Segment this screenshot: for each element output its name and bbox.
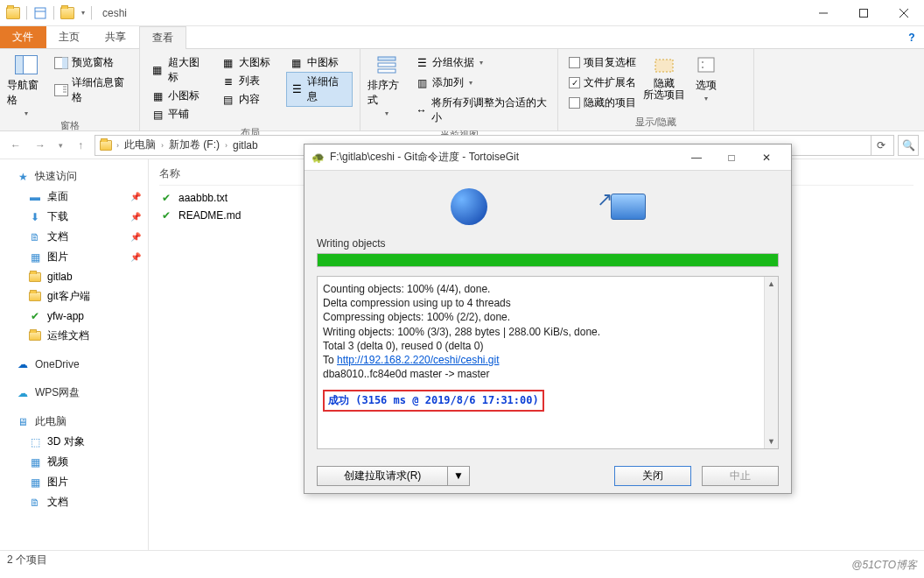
folder-icon <box>28 329 42 343</box>
details-pane-button[interactable]: 详细信息窗格 <box>51 74 132 107</box>
dialog-close-button[interactable]: ✕ <box>749 145 784 170</box>
recent-dropdown[interactable]: ▾ <box>54 135 66 156</box>
minimize-button[interactable] <box>803 0 844 26</box>
pull-request-dropdown[interactable]: ▼ <box>448 466 470 486</box>
chevron-right-icon[interactable]: › <box>161 141 164 150</box>
chk-item-checkboxes[interactable]: 项目复选框 <box>565 53 640 72</box>
tab-view[interactable]: 查看 <box>139 26 186 49</box>
nav-this-pc[interactable]: 🖥此电脑 <box>0 412 148 432</box>
console-line: Writing objects: 100% (3/3), 288 bytes |… <box>323 325 773 339</box>
nav-yfw-app[interactable]: ✔yfw-app <box>0 307 148 326</box>
svg-rect-9 <box>62 57 68 68</box>
chevron-right-icon[interactable]: › <box>225 141 228 150</box>
add-columns-button[interactable]: ▥添加列▾ <box>411 74 550 92</box>
preview-pane-button[interactable]: 预览窗格 <box>51 53 132 72</box>
details-pane-label: 详细信息窗格 <box>72 75 129 105</box>
crumb-gitlab[interactable]: gitlab <box>231 139 260 152</box>
folder-icon <box>99 138 113 152</box>
status-count: 2 个项目 <box>7 553 47 567</box>
fit-columns-button[interactable]: ↔将所有列调整为合适的大小 <box>411 94 550 127</box>
tab-file[interactable]: 文件 <box>0 26 46 48</box>
view-list[interactable]: ≣列表 <box>218 72 281 90</box>
nav-pane-icon <box>13 53 39 76</box>
dialog-titlebar[interactable]: 🐢 F:\gitlab\ceshi - Git命令进度 - TortoiseGi… <box>304 144 791 171</box>
watermark: @51CTO博客 <box>851 558 917 573</box>
nav-wps[interactable]: ☁WPS网盘 <box>0 383 148 403</box>
check-icon: ✔ <box>28 309 42 323</box>
nav-pane-label: 导航窗格 <box>7 78 46 108</box>
options-button[interactable]: 选项 ▾ <box>689 52 724 114</box>
maximize-button[interactable] <box>844 0 884 26</box>
tab-share[interactable]: 共享 <box>93 26 139 48</box>
tortoisegit-dialog: 🐢 F:\gitlab\ceshi - Git命令进度 - TortoiseGi… <box>304 144 792 494</box>
console-output[interactable]: Counting objects: 100% (4/4), done. Delt… <box>317 276 779 449</box>
chk-hidden-items[interactable]: 隐藏的项目 <box>565 94 640 112</box>
svg-point-20 <box>702 67 704 68</box>
nav-desktop[interactable]: ▬桌面📌 <box>0 187 148 207</box>
scroll-down-icon[interactable]: ▼ <box>765 434 778 448</box>
hide-selected-button[interactable]: 隐藏 所选项目 <box>645 52 683 114</box>
create-pull-request-button[interactable]: 创建拉取请求(R) <box>317 466 448 486</box>
nav-gitlab[interactable]: gitlab <box>0 267 148 286</box>
up-button[interactable]: ↑ <box>70 135 91 156</box>
folder-icon <box>28 290 42 304</box>
nav-pictures[interactable]: ▦图片📌 <box>0 247 148 267</box>
view-medium[interactable]: ▦中图标 <box>286 53 353 72</box>
crumb-volume[interactable]: 新加卷 (F:) <box>167 137 221 152</box>
progress-bar <box>317 253 779 267</box>
dialog-minimize-button[interactable]: — <box>679 145 714 170</box>
group-label-panes: 窗格 <box>7 117 132 134</box>
sort-icon <box>374 53 400 76</box>
console-line: dba8010..fc84e0d master -> master <box>323 367 773 381</box>
view-small[interactable]: ▦小图标 <box>147 87 213 105</box>
ribbon-help-icon[interactable]: ? <box>900 26 924 48</box>
view-large[interactable]: ▦大图标 <box>218 53 281 72</box>
navigation-pane[interactable]: ★快速访问 ▬桌面📌 ⬇下载📌 🗎文档📌 ▦图片📌 gitlab git客户端 … <box>0 159 149 550</box>
nav-quick-access[interactable]: ★快速访问 <box>0 166 148 187</box>
nav-3d[interactable]: ⬚3D 对象 <box>0 432 148 452</box>
folder-icon <box>28 270 42 284</box>
nav-onedrive[interactable]: ☁OneDrive <box>0 355 148 374</box>
remote-url-link[interactable]: http://192.168.2.220/ceshi/ceshi.git <box>337 354 499 366</box>
nav-documents2[interactable]: 🗎文档 <box>0 492 148 512</box>
nav-pictures2[interactable]: ▦图片 <box>0 472 148 492</box>
nav-videos[interactable]: ▦视频 <box>0 452 148 472</box>
checkbox-icon <box>569 97 580 109</box>
svg-rect-3 <box>860 9 868 17</box>
nav-documents[interactable]: 🗎文档📌 <box>0 227 148 247</box>
back-button[interactable]: ← <box>5 135 26 156</box>
nav-gitclient[interactable]: git客户端 <box>0 286 148 307</box>
close-button[interactable] <box>884 0 924 26</box>
group-by-button[interactable]: ☰分组依据▾ <box>411 53 550 72</box>
qat-dropdown-icon[interactable]: ▾ <box>79 4 88 23</box>
svg-rect-0 <box>35 8 46 18</box>
close-button[interactable]: 关闭 <box>614 466 691 486</box>
qat-separator <box>26 6 27 20</box>
console-line: Compressing objects: 100% (2/2), done. <box>323 310 773 324</box>
nav-ops[interactable]: 运维文档 <box>0 326 148 346</box>
qat-properties-icon[interactable] <box>31 4 50 23</box>
chk-file-ext[interactable]: 文件扩展名 <box>565 74 640 92</box>
view-details[interactable]: ☰详细信息 <box>286 72 353 107</box>
tab-home[interactable]: 主页 <box>46 26 93 48</box>
scroll-up-icon[interactable]: ▲ <box>765 277 778 291</box>
forward-button[interactable]: → <box>30 135 51 156</box>
view-tile[interactable]: ▤平铺 <box>147 105 213 123</box>
nav-pane-button[interactable]: 导航窗格 ▾ <box>7 52 46 117</box>
content-icon: ▤ <box>221 93 235 107</box>
chevron-right-icon[interactable]: › <box>116 141 119 150</box>
scrollbar-vertical[interactable]: ▲▼ <box>764 277 778 448</box>
pin-icon: 📌 <box>130 252 141 262</box>
dialog-maximize-button[interactable]: □ <box>714 145 749 170</box>
view-extra-large[interactable]: ▦超大图标 <box>147 53 213 87</box>
picture-icon: ▦ <box>28 250 42 264</box>
md-file-icon: ✔ <box>159 208 173 222</box>
view-content[interactable]: ▤内容 <box>218 90 281 109</box>
refresh-button[interactable]: ⟳ <box>871 136 890 155</box>
crumb-this-pc[interactable]: 此电脑 <box>122 137 158 152</box>
search-button[interactable]: 🔍 <box>898 135 919 156</box>
group-label-show-hide: 显示/隐藏 <box>565 114 746 130</box>
nav-downloads[interactable]: ⬇下载📌 <box>0 207 148 227</box>
abort-button: 中止 <box>702 466 779 486</box>
sort-button[interactable]: 排序方式 ▾ <box>368 52 406 127</box>
